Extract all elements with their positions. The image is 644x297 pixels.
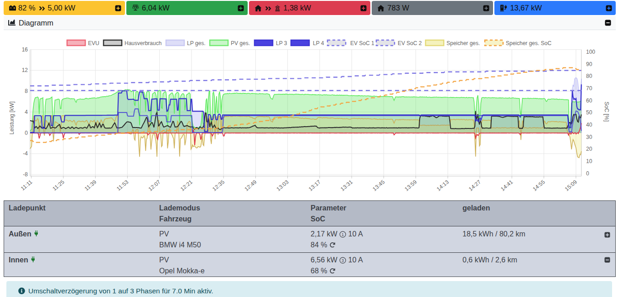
svg-text:-4: -4 xyxy=(23,150,28,157)
svg-text:13:31: 13:31 xyxy=(339,179,354,192)
svg-text:LP ges.: LP ges. xyxy=(187,40,205,46)
svg-text:20: 20 xyxy=(586,146,592,152)
svg-text:EV SoC 2: EV SoC 2 xyxy=(398,40,422,46)
svg-text:Hausverbrauch: Hausverbrauch xyxy=(125,40,161,46)
svg-text:16: 16 xyxy=(22,46,28,53)
svg-text:Speicher ges. SoC: Speicher ges. SoC xyxy=(506,40,551,46)
svg-text:14:41: 14:41 xyxy=(499,179,514,192)
svg-text:12:21: 12:21 xyxy=(179,179,194,192)
svg-text:Leistung [kW]: Leistung [kW] xyxy=(9,102,15,135)
svg-text:8: 8 xyxy=(25,88,28,94)
svg-text:15:09: 15:09 xyxy=(564,179,578,192)
svg-text:Speicher ges.: Speicher ges. xyxy=(447,40,480,46)
svg-text:4: 4 xyxy=(25,109,28,115)
svg-text:12:35: 12:35 xyxy=(211,179,226,192)
svg-text:3: 3 xyxy=(342,258,344,262)
svg-text:11:53: 11:53 xyxy=(115,179,130,192)
svg-text:70: 70 xyxy=(586,85,592,92)
svg-text:LP 3: LP 3 xyxy=(276,40,287,46)
svg-text:60: 60 xyxy=(586,97,592,104)
svg-text:30: 30 xyxy=(586,134,592,140)
svg-text:80: 80 xyxy=(586,73,592,79)
svg-text:90: 90 xyxy=(586,61,592,67)
svg-text:40: 40 xyxy=(586,122,592,128)
svg-text:14:55: 14:55 xyxy=(531,179,546,192)
svg-text:SoC [%]: SoC [%] xyxy=(603,102,610,122)
svg-text:11:39: 11:39 xyxy=(83,179,98,192)
svg-text:1: 1 xyxy=(342,232,344,236)
svg-text:EVU: EVU xyxy=(88,40,99,46)
svg-text:13:03: 13:03 xyxy=(275,179,290,192)
svg-text:50: 50 xyxy=(586,109,592,116)
svg-text:12:07: 12:07 xyxy=(147,179,162,192)
svg-text:14:13: 14:13 xyxy=(436,179,450,192)
svg-text:13:17: 13:17 xyxy=(307,179,322,192)
svg-text:10: 10 xyxy=(586,158,592,164)
svg-text:13:45: 13:45 xyxy=(371,179,386,192)
svg-text:14:27: 14:27 xyxy=(467,179,482,192)
svg-text:LP 4: LP 4 xyxy=(313,40,324,46)
svg-text:PV ges.: PV ges. xyxy=(231,40,250,46)
svg-text:11:25: 11:25 xyxy=(52,179,66,192)
svg-text:11:11: 11:11 xyxy=(20,179,34,192)
svg-text:0: 0 xyxy=(25,130,28,136)
svg-text:13:59: 13:59 xyxy=(404,179,418,192)
svg-text:EV SoC 1: EV SoC 1 xyxy=(350,40,374,46)
svg-text:12: 12 xyxy=(22,67,28,73)
svg-text:0: 0 xyxy=(586,170,589,177)
svg-text:12:49: 12:49 xyxy=(243,179,258,192)
svg-text:100: 100 xyxy=(586,49,595,55)
svg-text:-8: -8 xyxy=(23,171,28,178)
